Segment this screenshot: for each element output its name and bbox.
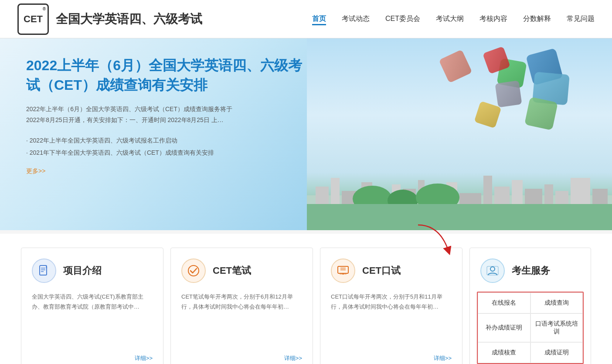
site-title: 全国大学英语四、六级考试 [56, 11, 202, 27]
svg-point-34 [490, 267, 495, 271]
card-written-body: CET笔试每年开考两次，分别于6月和12月举行，具体考试时间我中心将会在每年年初… [181, 292, 302, 312]
banner-news-item-1[interactable]: 2022年上半年全国大学英语四、六级考试报名工作启动 [26, 134, 309, 146]
banner-news-item-2[interactable]: 2021年下半年全国大学英语四、六级考试（CET）成绩查询有关安排 [26, 146, 309, 159]
card-project-header: 项目介绍 [32, 259, 153, 283]
nav-home-wrap: 首页 [312, 14, 326, 24]
service-card-header: 考生服务 [470, 248, 591, 292]
card-oral-title: CET口试 [362, 264, 401, 277]
nav-content[interactable]: 考核内容 [479, 14, 507, 24]
card-project: 项目介绍 全国大学英语四、六级考试(CET)系教育部主办、教育部教育考试院（原教… [21, 248, 163, 364]
document-icon [38, 265, 50, 277]
banner-background [307, 38, 612, 230]
nav-news[interactable]: 考试动态 [342, 14, 370, 24]
card-written-icon [181, 259, 206, 283]
banner-content: 2022上半年（6月）全国大学英语四、六级考试（CET）成绩查询有关安排 202… [26, 56, 309, 175]
site-header: CET 全国大学英语四、六级考试 首页 考试动态 CET委员会 考试大纲 考核内… [0, 0, 612, 38]
card-project-icon [32, 259, 56, 283]
btn-score-cert[interactable]: 成绩证明 [530, 342, 583, 363]
card-service-icon [480, 259, 505, 283]
person-card-icon [486, 265, 499, 277]
screen-icon [337, 265, 349, 277]
btn-oral-training[interactable]: 口语考试系统培训 [530, 313, 583, 342]
btn-online-register[interactable]: 在线报名 [478, 293, 530, 313]
cards-section: 项目介绍 全国大学英语四、六级考试(CET)系教育部主办、教育部教育考试院（原教… [0, 234, 612, 364]
btn-score-check[interactable]: 成绩核查 [478, 342, 530, 363]
more-link[interactable]: 更多>> [26, 167, 45, 175]
banner-news-list: 2022年上半年全国大学英语四、六级考试报名工作启动 2021年下半年全国大学英… [26, 134, 309, 159]
card-written-title: CET笔试 [213, 264, 251, 277]
main-nav: 首页 考试动态 CET委员会 考试大纲 考核内容 分数解释 常见问题 [312, 14, 595, 24]
svg-point-28 [188, 265, 199, 276]
card-project-title: 项目介绍 [63, 264, 102, 277]
svg-rect-23 [307, 204, 612, 230]
nav-faq[interactable]: 常见问题 [567, 14, 595, 24]
nav-committee[interactable]: CET委员会 [385, 14, 420, 24]
nav-syllabus[interactable]: 考试大纲 [436, 14, 464, 24]
cet-logo: CET [17, 3, 49, 35]
btn-score-query[interactable]: 成绩查询 [530, 293, 583, 313]
card-oral-body: CET口试每年开考两次，分别于5月和11月举行，具体考试时间我中心将会在每年年初… [331, 292, 452, 312]
card-oral-icon [331, 259, 355, 283]
service-buttons-grid: 在线报名 成绩查询 补办成绩证明 口语考试系统培训 成绩核查 成绩证明 [477, 292, 584, 364]
card-oral-header: CET口试 [331, 259, 452, 283]
service-card-title: 考生服务 [512, 264, 550, 277]
floating-boxes-decoration [420, 47, 595, 187]
cards-wrapper: 项目介绍 全国大学英语四、六级考试(CET)系教育部主办、教育部教育考试院（原教… [0, 234, 612, 364]
banner-title: 2022上半年（6月）全国大学英语四、六级考试（CET）成绩查询有关安排 [26, 56, 309, 95]
card-project-body: 全国大学英语四、六级考试(CET)系教育部主办、教育部教育考试院（原教育部考试中… [32, 292, 153, 312]
section-divider [0, 230, 612, 234]
nav-active-indicator [312, 24, 326, 25]
hero-banner: 2022上半年（6月）全国大学英语四、六级考试（CET）成绩查询有关安排 202… [0, 38, 612, 230]
nav-home[interactable]: 首页 [312, 15, 326, 22]
btn-reissue-cert[interactable]: 补办成绩证明 [478, 313, 530, 342]
card-project-link[interactable]: 详细>> [135, 354, 153, 362]
card-oral: CET口试 CET口试每年开考两次，分别于5月和11月举行，具体考试时间我中心将… [320, 248, 462, 364]
card-service: 考生服务 在线报名 成绩查询 补办成绩证明 口语考试系统培训 成绩核查 成绩证明 [469, 248, 591, 364]
checkmark-icon [187, 265, 200, 277]
card-written-link[interactable]: 详细>> [284, 354, 302, 362]
arrow-decoration [414, 221, 457, 260]
nav-score[interactable]: 分数解释 [523, 14, 551, 24]
card-oral-link[interactable]: 详细>> [434, 354, 452, 362]
banner-description: 2022年上半年（6月）全国大学英语四、六级考试（CET）成绩查询服务将于202… [26, 104, 244, 126]
logo-area: CET 全国大学英语四、六级考试 [17, 3, 202, 35]
card-written: CET笔试 CET笔试每年开考两次，分别于6月和12月举行，具体考试时间我中心将… [170, 248, 313, 364]
svg-rect-24 [40, 265, 47, 275]
logo-text: CET [24, 14, 43, 25]
card-written-header: CET笔试 [181, 259, 302, 283]
